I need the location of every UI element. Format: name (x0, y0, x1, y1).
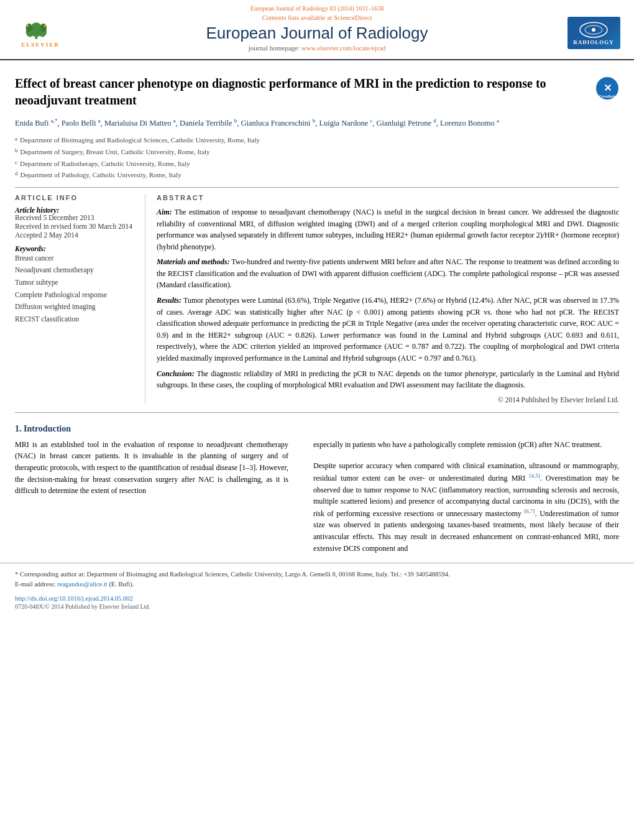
results-label: Results: (157, 296, 181, 305)
intro-section: 1. Introduction (0, 413, 634, 434)
keyword-3: Tumor subtype (15, 277, 134, 289)
affiliations-block: a Department of Bioimaging and Radiologi… (15, 134, 619, 181)
two-col-info-abstract: Article Info Article history: Received 5… (0, 194, 634, 404)
conclusion-text: The diagnostic reliability of MRI in pre… (157, 369, 619, 390)
intro-heading: 1. Introduction (15, 424, 619, 434)
copyright-line: © 2014 Published by Elsevier Ireland Ltd… (157, 396, 619, 404)
keyword-2: Neoadjuvant chemotherapy (15, 264, 134, 277)
journal-id-text: European Journal of Radiology 83 (2014) … (250, 5, 384, 12)
journal-center: Contents lists available at ScienceDirec… (68, 14, 566, 52)
article-title-block: Effect of breast cancer phenotype on dia… (15, 75, 619, 109)
intro-right-col: especially in patients who have a pathol… (301, 439, 619, 554)
intro-title: Introduction (24, 424, 71, 433)
authors-line: Enida Bufi a,*, Paolo Belli a, Marialuis… (15, 116, 619, 129)
journal-header: European Journal of Radiology 83 (2014) … (0, 0, 634, 60)
keyword-1: Breast cancer (15, 252, 134, 265)
svg-rect-6 (27, 24, 29, 27)
radiology-badge: RADIOLOGY (566, 16, 622, 50)
abstract-text: Aim: The estimation of response to neoad… (157, 206, 619, 391)
intro-number: 1. (15, 424, 22, 433)
article-title-text: Effect of breast cancer phenotype on dia… (15, 75, 588, 109)
svg-rect-7 (44, 24, 45, 27)
aim-label: Aim: (157, 208, 172, 216)
divider-1 (15, 187, 619, 188)
received-revised-date: Received in revised form 30 March 2014 (15, 223, 134, 230)
footnote-email-label: E-mail address: (15, 581, 56, 588)
intro-right-text-1: especially in patients who have a pathol… (313, 439, 619, 451)
crossmark-icon[interactable]: ✕ CrossMark (595, 76, 619, 100)
footnote-section: * Corresponding author at: Department of… (0, 563, 634, 590)
abstract-conclusion-para: Conclusion: The diagnostic reliability o… (157, 368, 619, 391)
contents-text: Contents lists available at (262, 14, 332, 21)
affil-b: b Department of Surgery, Breast Unit, Ca… (15, 146, 619, 158)
keyword-6: RECIST classification (15, 313, 134, 326)
abstract-heading: Abstract (157, 194, 619, 201)
science-direct-name[interactable]: ScienceDirect (334, 14, 372, 21)
aim-text: The estimation of response to neoadjuvan… (157, 208, 619, 251)
page: European Journal of Radiology 83 (2014) … (0, 0, 634, 840)
keywords-heading: Keywords: (15, 245, 134, 252)
doi-section: http://dx.doi.org/10.1016/j.ejrad.2014.0… (0, 590, 634, 610)
affil-a-text: Department of Bioimaging and Radiologica… (20, 134, 260, 146)
svg-text:CrossMark: CrossMark (599, 95, 615, 98)
results-text: Tumor phenotypes were Luminal (63.6%), T… (157, 296, 619, 362)
article-info-col: Article Info Article history: Received 5… (15, 194, 145, 404)
radiology-icon (578, 21, 609, 39)
footnote-star-text: * Corresponding author at: Department of… (15, 571, 450, 578)
elsevier-tree-icon (25, 18, 56, 40)
radiology-badge-text: RADIOLOGY (573, 39, 614, 45)
abstract-results-para: Results: Tumor phenotypes were Luminal (… (157, 295, 619, 364)
elsevier-logo: ELSEVIER (12, 16, 68, 50)
svg-point-4 (26, 23, 32, 31)
affil-a: a Department of Bioimaging and Radiologi… (15, 134, 619, 146)
homepage-prefix: journal homepage: (249, 44, 300, 52)
affil-c-text: Department of Radiotherapy, Catholic Uni… (20, 158, 190, 170)
history-label: Article history: (15, 206, 134, 214)
accepted-date: Accepted 2 May 2014 (15, 231, 134, 239)
intro-left-col: MRI is an established tool in the evalua… (15, 439, 301, 554)
conclusion-label: Conclusion: (157, 369, 195, 378)
affil-d-text: Department of Pathology, Catholic Univer… (21, 169, 181, 181)
keyword-4: Complete Pathological response (15, 289, 134, 302)
intro-left-text: MRI is an established tool in the evalua… (15, 439, 288, 497)
science-direct-link: Contents lists available at ScienceDirec… (68, 14, 566, 21)
article-info-heading: Article Info (15, 194, 134, 201)
intro-right-text-2: Despite superior accuracy when compared … (313, 460, 619, 554)
homepage-url[interactable]: www.elsevier.com/locate/ejrad (301, 44, 386, 52)
methods-label: Materials and methods: (157, 257, 229, 266)
affil-c: c Department of Radiotherapy, Catholic U… (15, 158, 619, 170)
footnote-email[interactable]: reagandus@alice.it (57, 581, 108, 588)
journal-id-bar: European Journal of Radiology 83 (2014) … (12, 5, 622, 12)
journal-title: European Journal of Radiology (68, 24, 566, 43)
svg-text:✕: ✕ (604, 83, 612, 93)
received-date: Received 5 December 2013 (15, 214, 134, 221)
intro-two-col: MRI is an established tool in the evalua… (0, 439, 634, 554)
abstract-methods-para: Materials and methods: Two-hundred and t… (157, 256, 619, 291)
keyword-5: Diffusion weighted imaging (15, 301, 134, 313)
affil-b-text: Department of Surgery, Breast Unit, Cath… (21, 146, 210, 158)
radiology-badge-inner: RADIOLOGY (567, 17, 620, 49)
journal-top-bar: ELSEVIER Contents lists available at Sci… (12, 14, 622, 52)
footnote-email-note: (E. Bufi). (109, 581, 134, 588)
svg-point-10 (592, 28, 595, 32)
abstract-aim-para: Aim: The estimation of response to neoad… (157, 206, 619, 252)
journal-homepage: journal homepage: www.elsevier.com/locat… (68, 44, 566, 52)
elsevier-text: ELSEVIER (21, 42, 60, 48)
doi-copyright: 0720-048X/© 2014 Published by Elsevier I… (15, 603, 619, 610)
doi-url[interactable]: http://dx.doi.org/10.1016/j.ejrad.2014.0… (15, 595, 619, 602)
affil-d: d Department of Pathology, Catholic Univ… (15, 169, 619, 181)
svg-point-5 (40, 23, 47, 31)
article-section: Effect of breast cancer phenotype on dia… (0, 60, 634, 188)
abstract-col: Abstract Aim: The estimation of response… (145, 194, 619, 404)
footnote-star: * Corresponding author at: Department of… (15, 570, 619, 579)
footnote-email-line: E-mail address: reagandus@alice.it (E. B… (15, 579, 619, 589)
